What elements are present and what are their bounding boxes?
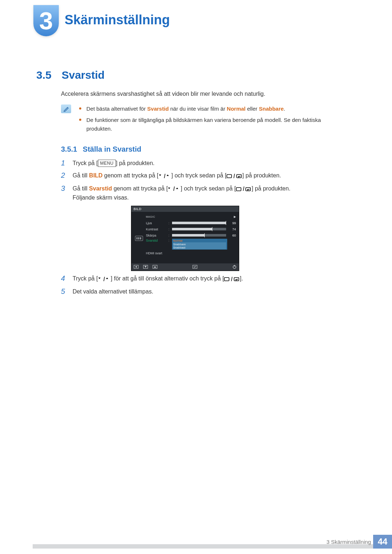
- step: 4 Tryck på [/] för att gå till önskat al…: [61, 274, 344, 284]
- section-title: Svarstid: [62, 69, 105, 81]
- osd-slider: [172, 228, 226, 230]
- svg-marker-9: [135, 266, 137, 268]
- svg-rect-6: [236, 188, 241, 191]
- step: 5 Det valda alternativet tillämpas.: [61, 287, 344, 296]
- osd-slider: [172, 222, 226, 224]
- down-icon: [143, 265, 148, 270]
- svg-rect-19: [224, 278, 229, 281]
- note-item: Det bästa alternativet för Svarstid när …: [79, 104, 348, 113]
- step-number: 2: [61, 171, 68, 180]
- osd-value: 60: [229, 234, 236, 237]
- osd-category-icon: [134, 214, 144, 263]
- page-number: 44: [373, 535, 392, 549]
- note-list: Det bästa alternativet för Svarstid när …: [79, 104, 348, 136]
- step-list: 1 Tryck på [MENU] på produkten. 2 Gå til…: [61, 159, 344, 206]
- osd-title: BILD: [131, 206, 239, 212]
- osd-row-magic: MAGIC ▶: [146, 214, 236, 219]
- osd-footer: [131, 263, 239, 271]
- triangle-right-icon: ▶: [229, 215, 236, 218]
- page-footer: 3 Skärminställning 44: [33, 535, 392, 549]
- osd-row-hdmi: HDMI svart: [146, 250, 236, 256]
- svg-marker-11: [144, 266, 147, 268]
- step: 2 Gå till BILD genom att trycka på [/] o…: [61, 171, 344, 181]
- step-number: 1: [61, 159, 68, 167]
- osd-option: Snabbast: [173, 246, 226, 249]
- source-enter-icon: /: [226, 172, 242, 181]
- osd-label: Kontrast: [146, 227, 166, 231]
- chapter-title: Skärminställning: [65, 12, 170, 28]
- section-intro: Accelerera skärmens svarshastighet så at…: [61, 91, 265, 97]
- note-item: De funktioner som är tillgängliga på bil…: [79, 116, 348, 133]
- subsection-title: Ställa in Svarstid: [83, 145, 141, 153]
- power-icon: [232, 264, 237, 270]
- step-text: Gå till BILD genom att trycka på [/] och…: [73, 171, 344, 181]
- osd-value: 99: [229, 221, 236, 225]
- enter-icon: [192, 265, 197, 270]
- osd-option-selected: Normal: [173, 239, 226, 242]
- chapter-number-badge: 3: [33, 5, 59, 36]
- osd-label-active: Svarstid: [146, 239, 166, 242]
- bullet-icon: [79, 107, 81, 110]
- footer-text: 3 Skärminställning: [326, 539, 371, 545]
- osd-row-skarpa: Skärpa : 60: [146, 233, 236, 238]
- osd-row-svarstid: Svarstid : Normal Snabbare Snabbast: [146, 239, 236, 250]
- svg-rect-2: [227, 175, 232, 178]
- bullet-icon: [79, 119, 81, 121]
- svg-rect-20: [234, 278, 239, 281]
- up-icon: [152, 265, 158, 270]
- svg-marker-0: [159, 175, 161, 176]
- down-up-icon: /: [98, 275, 111, 284]
- osd-value: 74: [229, 227, 236, 231]
- step-text: Det valda alternativet tillämpas.: [73, 287, 344, 296]
- down-up-icon: /: [168, 185, 180, 193]
- osd-label: Skärpa: [146, 234, 166, 237]
- step-number: 3: [61, 184, 68, 193]
- note-text: Det bästa alternativet för Svarstid när …: [86, 104, 285, 113]
- note-text: De funktioner som är tillgängliga på bil…: [86, 116, 348, 133]
- down-up-icon: /: [159, 172, 171, 181]
- step: 3 Gå till Svarstid genom att trycka på […: [61, 184, 344, 202]
- menu-button-label: MENU: [98, 160, 116, 167]
- svg-marker-5: [176, 188, 178, 189]
- osd-label: Ljus: [146, 221, 166, 225]
- subsection-number: 3.5.1: [61, 145, 77, 153]
- osd-row-kontrast: Kontrast : 74: [146, 226, 236, 232]
- svg-marker-18: [106, 278, 108, 279]
- osd-dropdown: Normal Snabbare Snabbast: [172, 239, 227, 250]
- section-heading: 3.5 Svarstid: [36, 69, 105, 81]
- step: 1 Tryck på [MENU] på produkten.: [61, 159, 344, 168]
- step-text: Tryck på [/] för att gå till önskat alte…: [73, 274, 344, 284]
- svg-rect-3: [237, 175, 241, 178]
- osd-label: MAGIC: [146, 216, 166, 218]
- step-list-continued: 4 Tryck på [/] för att gå till önskat al…: [61, 274, 344, 300]
- step-number: 4: [61, 274, 68, 283]
- step-number: 5: [61, 287, 68, 296]
- osd-slider: [172, 234, 226, 237]
- source-enter-icon: /: [236, 185, 252, 193]
- section-number: 3.5: [36, 69, 52, 81]
- step-text: Gå till Svarstid genom att trycka på [/]…: [73, 184, 344, 202]
- subsection-heading: 3.5.1 Ställa in Svarstid: [61, 145, 141, 153]
- svg-marker-1: [167, 175, 169, 176]
- osd-row-ljus: Ljus : 99: [146, 220, 236, 226]
- source-enter-icon: /: [224, 275, 240, 284]
- note-icon: [61, 104, 71, 113]
- osd-preview: BILD MAGIC ▶ Ljus : 99 Kontrast : 74: [131, 206, 239, 271]
- svg-marker-4: [168, 188, 170, 189]
- back-icon: [134, 265, 139, 270]
- svg-marker-17: [98, 278, 101, 279]
- osd-label: HDMI svart: [146, 251, 166, 255]
- step-text: Tryck på [MENU] på produkten.: [73, 159, 344, 168]
- osd-option: Snabbare: [173, 243, 226, 246]
- svg-marker-13: [154, 266, 156, 268]
- svg-rect-7: [246, 188, 250, 191]
